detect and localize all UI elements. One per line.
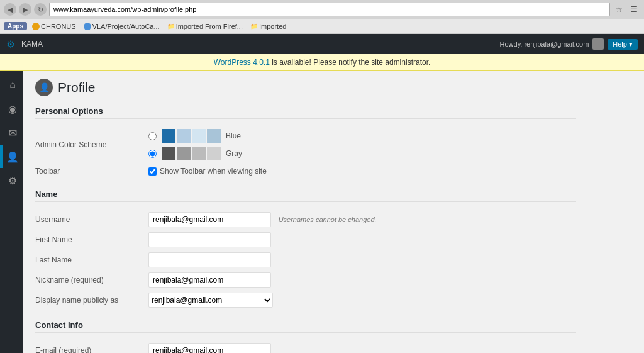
gray-scheme-radio[interactable] xyxy=(148,150,157,158)
nickname-label: Nickname (required) xyxy=(35,270,148,290)
address-bar[interactable] xyxy=(49,3,610,16)
firstname-label: First Name xyxy=(35,230,148,250)
toolbar-checkbox-label[interactable]: Show Toolbar when viewing site xyxy=(148,167,576,176)
personal-options-table: Admin Color Scheme xyxy=(35,126,576,179)
page-title-row: 👤 Profile xyxy=(35,79,576,96)
firstname-row: First Name xyxy=(35,230,576,250)
color-scheme-label: Admin Color Scheme xyxy=(35,126,148,163)
imported-firefox-bookmark[interactable]: 📁 Imported From Firef... xyxy=(165,22,245,31)
display-name-row: Display name publicly as renjibala@gmail… xyxy=(35,290,576,310)
sidebar-dashboard-icon[interactable]: ◉ xyxy=(0,98,23,120)
vla-bookmark[interactable]: VLA/Project/AutoCa... xyxy=(81,22,162,31)
back-button[interactable]: ◀ xyxy=(4,3,16,16)
email-input[interactable] xyxy=(148,343,271,353)
sidebar-settings-icon[interactable]: ⚙ xyxy=(0,169,23,192)
browser-toolbar: ◀ ▶ ↻ ☆ ☰ xyxy=(0,0,644,19)
toolbar-row: Toolbar Show Toolbar when viewing site xyxy=(35,163,576,179)
color-scheme-options: Blue Gray xyxy=(148,129,576,160)
toolbar-checkbox[interactable] xyxy=(148,167,157,176)
wp-admin-area: ⌂ ◉ ✉ 👤 ⚙ 👤 Profile Personal Options Adm… xyxy=(0,71,644,353)
lastname-row: Last Name xyxy=(35,250,576,270)
menu-button[interactable]: ☰ xyxy=(628,3,640,16)
apps-bookmark[interactable]: Apps xyxy=(4,22,27,30)
email-label: E-mail (required) xyxy=(35,340,148,353)
notification-bar: WordPress 4.0.1 is available! Please not… xyxy=(0,54,644,71)
display-name-label: Display name publicly as xyxy=(35,290,148,310)
gray-scheme-label: Gray xyxy=(226,149,242,158)
blue-swatch-3 xyxy=(192,129,206,143)
wp-admin-topbar: ⚙ KAMA Howdy, renjibala@gmail.com Help ▾ xyxy=(0,34,644,54)
color-scheme-row: Admin Color Scheme xyxy=(35,126,576,163)
gray-swatch-2 xyxy=(177,147,191,160)
toolbar-checkbox-text: Show Toolbar when viewing site xyxy=(160,167,267,176)
gray-swatch-4 xyxy=(207,147,221,160)
icon-sidebar: ⌂ ◉ ✉ 👤 ⚙ xyxy=(0,71,23,353)
blue-scheme-radio[interactable] xyxy=(148,132,157,140)
bookmarks-bar: Apps CHRONUS VLA/Project/AutoCa... 📁 Imp… xyxy=(0,19,644,34)
contact-info-heading: Contact Info xyxy=(35,320,576,333)
lastname-input[interactable] xyxy=(148,252,271,267)
admin-avatar xyxy=(592,38,604,50)
name-section-heading: Name xyxy=(35,189,576,202)
firstname-input[interactable] xyxy=(148,232,271,247)
sidebar-profile-icon[interactable]: 👤 xyxy=(0,145,23,168)
blue-swatch-2 xyxy=(177,129,191,143)
folder2-icon: 📁 xyxy=(250,23,258,30)
profile-icon: 👤 xyxy=(35,79,53,96)
wp-logo-icon: ⚙ xyxy=(6,38,15,50)
nickname-row: Nickname (required) xyxy=(35,270,576,290)
gray-swatch-1 xyxy=(162,147,175,160)
sidebar-mail-icon[interactable]: ✉ xyxy=(0,121,23,144)
gray-scheme-option: Gray xyxy=(148,147,576,160)
imported-bookmark[interactable]: 📁 Imported xyxy=(248,22,289,31)
site-name[interactable]: KAMA xyxy=(21,40,43,48)
refresh-button[interactable]: ↻ xyxy=(34,3,47,16)
name-table: Username Usernames cannot be changed. Fi… xyxy=(35,210,576,310)
toolbar-label: Toolbar xyxy=(35,163,148,179)
howdy-text: Howdy, renjibala@gmail.com xyxy=(500,40,589,48)
vla-icon xyxy=(84,23,91,30)
chronus-icon xyxy=(32,23,40,30)
page-title: Profile xyxy=(58,79,96,95)
chronus-bookmark[interactable]: CHRONUS xyxy=(30,22,79,31)
star-button[interactable]: ☆ xyxy=(613,3,625,16)
display-name-select[interactable]: renjibala@gmail.com xyxy=(148,293,273,308)
contact-table: E-mail (required) Website AIM Yahoo IM J… xyxy=(35,340,576,353)
personal-options-heading: Personal Options xyxy=(35,106,576,119)
wp-main-content: 👤 Profile Personal Options Admin Color S… xyxy=(23,71,644,353)
username-note: Usernames cannot be changed. xyxy=(279,216,377,223)
email-row: E-mail (required) xyxy=(35,340,576,353)
username-input xyxy=(148,212,271,227)
blue-scheme-label: Blue xyxy=(226,132,241,140)
blue-swatch-1 xyxy=(162,129,175,143)
blue-scheme-option: Blue xyxy=(148,129,576,143)
lastname-label: Last Name xyxy=(35,250,148,270)
gray-swatches xyxy=(162,147,221,160)
username-row: Username Usernames cannot be changed. xyxy=(35,210,576,230)
wp-update-link[interactable]: WordPress 4.0.1 xyxy=(214,58,270,67)
gray-swatch-3 xyxy=(192,147,206,160)
notification-text: is available! Please notify the site adm… xyxy=(270,58,430,67)
help-button[interactable]: Help ▾ xyxy=(608,39,638,50)
sidebar-home-icon[interactable]: ⌂ xyxy=(0,74,23,96)
forward-button[interactable]: ▶ xyxy=(19,3,31,16)
blue-swatch-4 xyxy=(207,129,221,143)
nickname-input[interactable] xyxy=(148,272,271,288)
username-label: Username xyxy=(35,210,148,230)
folder-icon: 📁 xyxy=(167,23,175,30)
blue-swatches xyxy=(162,129,221,143)
